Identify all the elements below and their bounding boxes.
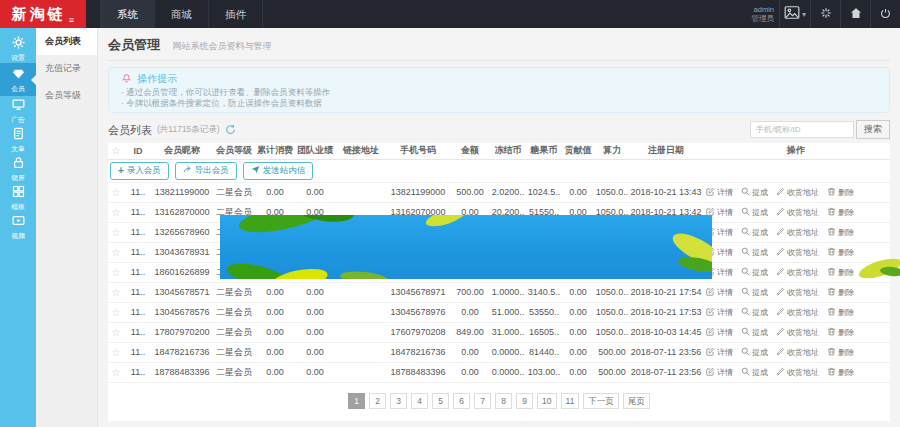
action-1[interactable]: 提成 — [741, 367, 768, 378]
action-3[interactable]: 删除 — [827, 267, 854, 278]
col-header-4[interactable]: 累计消费 — [256, 143, 294, 159]
action-3[interactable]: 删除 — [827, 187, 854, 198]
top-menu-item-2[interactable]: 插件 — [209, 0, 263, 28]
col-header-2[interactable]: 会员昵称 — [152, 143, 212, 159]
action-2[interactable]: 收货地址 — [776, 307, 819, 318]
sidebar-item-4[interactable]: 锁屏 — [0, 154, 36, 183]
page-button-9[interactable]: 9 — [516, 393, 533, 409]
refresh-icon[interactable] — [225, 124, 236, 137]
home-button[interactable] — [840, 0, 870, 28]
col-header-3[interactable]: 会员等级 — [212, 143, 256, 159]
col-header-7[interactable]: 手机号码 — [386, 143, 450, 159]
submenu-item-1[interactable]: 充值记录 — [36, 55, 97, 82]
col-header-1[interactable]: ID — [124, 143, 152, 159]
action-0[interactable]: 详情 — [706, 367, 733, 378]
hamburger-icon[interactable]: ≡ — [69, 15, 74, 28]
action-2[interactable]: 收货地址 — [776, 327, 819, 338]
action-1[interactable]: 提成 — [741, 207, 768, 218]
sidebar-item-3[interactable]: 文章 — [0, 125, 36, 154]
col-header-8[interactable]: 金额 — [450, 143, 490, 159]
last-page-button[interactable]: 尾页 — [623, 393, 650, 409]
top-menu-item-0[interactable]: 系统 — [100, 0, 155, 28]
star-icon[interactable]: ☆ — [108, 202, 124, 222]
action-3[interactable]: 删除 — [827, 227, 854, 238]
action-3[interactable]: 删除 — [827, 367, 854, 378]
action-1[interactable]: 提成 — [741, 287, 768, 298]
action-2[interactable]: 收货地址 — [776, 227, 819, 238]
action-1[interactable]: 提成 — [741, 247, 768, 258]
action-0[interactable]: 详情 — [706, 347, 733, 358]
action-2[interactable]: 收货地址 — [776, 247, 819, 258]
page-button-4[interactable]: 4 — [411, 393, 428, 409]
col-header-14[interactable]: 操作 — [702, 143, 890, 159]
cell-consume: 0.00 — [256, 362, 294, 382]
toolbar-button-0[interactable]: +录入会员 — [110, 162, 169, 180]
action-3[interactable]: 删除 — [827, 347, 854, 358]
col-header-12[interactable]: 算力 — [594, 143, 630, 159]
action-3[interactable]: 删除 — [827, 287, 854, 298]
page-button-7[interactable]: 7 — [474, 393, 491, 409]
submenu-item-2[interactable]: 会员等级 — [36, 82, 97, 109]
sidebar-item-6[interactable]: 视频 — [0, 212, 36, 241]
fullscreen-button[interactable] — [810, 0, 840, 28]
sidebar-item-5[interactable]: 模板 — [0, 183, 36, 212]
page-button-8[interactable]: 8 — [495, 393, 512, 409]
logo[interactable]: 新淘链 ≡ — [0, 0, 86, 28]
page-button-2[interactable]: 2 — [369, 393, 386, 409]
star-icon[interactable]: ☆ — [108, 282, 124, 302]
next-page-button[interactable]: 下一页 — [583, 393, 619, 409]
toolbar-button-2[interactable]: 发送站内信 — [243, 162, 314, 180]
action-3[interactable]: 删除 — [827, 307, 854, 318]
star-icon[interactable]: ☆ — [108, 322, 124, 342]
col-header-9[interactable]: 冻结币 — [490, 143, 526, 159]
col-header-13[interactable]: 注册日期 — [630, 143, 702, 159]
action-1[interactable]: 提成 — [741, 267, 768, 278]
action-1[interactable]: 提成 — [741, 327, 768, 338]
action-3[interactable]: 删除 — [827, 327, 854, 338]
action-2[interactable]: 收货地址 — [776, 207, 819, 218]
sidebar-item-0[interactable]: 设置 — [0, 34, 36, 63]
page-button-5[interactable]: 5 — [432, 393, 449, 409]
star-icon[interactable]: ☆ — [108, 262, 124, 282]
action-2[interactable]: 收货地址 — [776, 267, 819, 278]
avatar-button[interactable]: ▾ — [779, 0, 810, 28]
col-header-11[interactable]: 贡献值 — [562, 143, 594, 159]
star-icon[interactable]: ☆ — [108, 302, 124, 322]
toolbar-button-1[interactable]: 导出会员 — [175, 162, 237, 180]
star-icon[interactable]: ☆ — [108, 362, 124, 382]
sidebar-item-1[interactable]: 会员 — [0, 63, 36, 96]
search-button[interactable]: 搜索 — [856, 120, 890, 139]
sidebar-item-2[interactable]: 广告 — [0, 96, 36, 125]
col-header-6[interactable]: 链接地址 — [336, 143, 386, 159]
action-2[interactable]: 收货地址 — [776, 367, 819, 378]
col-header-10[interactable]: 糖果币 — [526, 143, 562, 159]
action-2[interactable]: 收货地址 — [776, 347, 819, 358]
action-1[interactable]: 提成 — [741, 187, 768, 198]
action-0[interactable]: 详情 — [706, 187, 733, 198]
action-0[interactable]: 详情 — [706, 307, 733, 318]
star-icon[interactable]: ☆ — [108, 242, 124, 262]
top-menu-item-1[interactable]: 商城 — [155, 0, 209, 28]
action-0[interactable]: 详情 — [706, 327, 733, 338]
search-input[interactable] — [750, 121, 854, 138]
page-button-11[interactable]: 11 — [561, 393, 580, 409]
action-2[interactable]: 收货地址 — [776, 287, 819, 298]
action-1[interactable]: 提成 — [741, 307, 768, 318]
action-0[interactable]: 详情 — [706, 287, 733, 298]
action-1[interactable]: 提成 — [741, 227, 768, 238]
col-header-0[interactable]: ☆ — [108, 143, 124, 159]
page-button-1[interactable]: 1 — [348, 393, 365, 409]
action-3[interactable]: 删除 — [827, 247, 854, 258]
col-header-5[interactable]: 团队业绩 — [294, 143, 336, 159]
action-1[interactable]: 提成 — [741, 347, 768, 358]
star-icon[interactable]: ☆ — [108, 342, 124, 362]
action-3[interactable]: 删除 — [827, 207, 854, 218]
logout-button[interactable] — [870, 0, 900, 28]
page-button-3[interactable]: 3 — [390, 393, 407, 409]
star-icon[interactable]: ☆ — [108, 182, 124, 202]
submenu-item-0[interactable]: 会员列表 — [36, 28, 97, 55]
star-icon[interactable]: ☆ — [108, 222, 124, 242]
action-2[interactable]: 收货地址 — [776, 187, 819, 198]
page-button-6[interactable]: 6 — [453, 393, 470, 409]
page-button-10[interactable]: 10 — [537, 393, 556, 409]
